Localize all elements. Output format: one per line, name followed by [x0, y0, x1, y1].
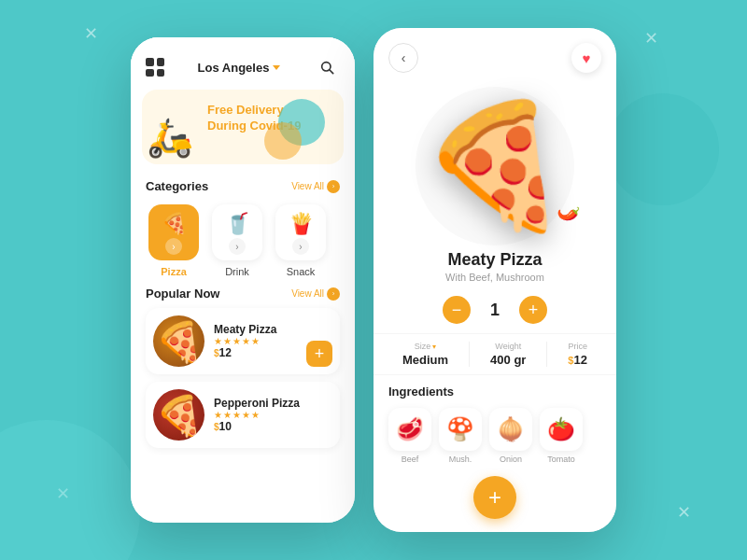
add-to-cart-button[interactable]: + [473, 476, 516, 519]
popular-view-all-arrow: › [327, 287, 340, 301]
meaty-pizza-name: Meaty Pizza [214, 323, 332, 336]
size-detail[interactable]: Size ▾ Medium [402, 342, 448, 367]
beef-label: Beef [402, 455, 419, 464]
food-item-pepperoni[interactable]: 🍕 Pepperoni Pizza ★★★★★ $10 [146, 382, 340, 448]
mushroom-icon-box: 🍄 [439, 408, 482, 451]
deco-cross-4: ✕ [677, 502, 691, 523]
increase-qty-button[interactable]: + [519, 296, 547, 324]
decrease-qty-button[interactable]: − [443, 296, 471, 324]
grid-dot-4 [157, 69, 165, 77]
onion-label: Onion [500, 455, 522, 464]
snack-icon: 🍟 [289, 212, 314, 236]
right-phone: ‹ ♥ 🍕 🌶️ Meaty Pizza With Beef, Mushroom… [374, 28, 616, 532]
pepperoni-pizza-emoji: 🍕 [155, 392, 204, 438]
location-selector[interactable]: Los Angeles [198, 61, 281, 75]
grid-dot-2 [157, 58, 165, 66]
back-button[interactable]: ‹ [388, 43, 418, 73]
left-phone-inner: Los Angeles 🛵 Free DeliveryDuring Covid-… [131, 37, 355, 523]
left-phone: Los Angeles 🛵 Free DeliveryDuring Covid-… [131, 37, 355, 523]
ingredient-mushroom: 🍄 Mush. [439, 408, 482, 464]
quantity-control: − 1 + [374, 296, 616, 324]
ingredient-onion: 🧅 Onion [489, 408, 532, 464]
category-pizza[interactable]: 🍕 › Pizza [146, 204, 202, 277]
ingredient-beef: 🥩 Beef [388, 408, 431, 464]
deco-cross-2: ✕ [644, 28, 658, 49]
category-drink-box: 🥤 › [212, 204, 262, 260]
drink-label: Drink [225, 266, 249, 277]
pepperoni-pizza-stars: ★★★★★ [214, 410, 332, 420]
popular-header: Popular Now View All › [146, 287, 340, 301]
scooter-icon: 🛵 [147, 116, 193, 160]
pepperoni-pizza-info: Pepperoni Pizza ★★★★★ $10 [214, 397, 332, 433]
drink-arrow-icon: › [229, 238, 246, 255]
category-drink[interactable]: 🥤 › Drink [209, 204, 265, 277]
pizza-icon: 🍕 [162, 212, 187, 236]
beef-icon-box: 🥩 [388, 408, 431, 451]
tomato-icon-box: 🍅 [540, 408, 583, 451]
popular-section: Popular Now View All › 🍕 Meaty Pizza ★★★… [131, 287, 355, 448]
detail-divider-1 [469, 342, 470, 367]
meaty-pizza-emoji: 🍕 [155, 318, 204, 364]
pepperoni-pizza-price: $10 [214, 420, 332, 433]
ingredients-row: 🥩 Beef 🍄 Mush. 🧅 Onion 🍅 Tomato [388, 408, 601, 464]
popular-view-all[interactable]: View All › [291, 287, 340, 301]
pizza-large-emoji: 🍕 [419, 95, 571, 237]
grid-dot-3 [146, 69, 154, 77]
add-meaty-pizza-button[interactable]: + [306, 341, 332, 367]
quantity-display: 1 [486, 301, 504, 320]
location-text: Los Angeles [198, 61, 270, 75]
weight-detail: Weight 400 gr [490, 342, 526, 367]
size-value: Medium [402, 353, 448, 367]
category-snack[interactable]: 🍟 › Snack [273, 204, 329, 277]
price-detail: Price $12 [568, 342, 587, 367]
mushroom-label: Mush. [449, 455, 472, 464]
meaty-pizza-image: 🍕 [153, 315, 204, 367]
categories-title: Categories [146, 179, 208, 193]
pizza-label: Pizza [161, 266, 187, 277]
categories-header: Categories View All › [131, 174, 355, 199]
deco-cross-1: ✕ [84, 23, 98, 44]
pepperoni-pizza-name: Pepperoni Pizza [214, 397, 332, 410]
popular-view-all-label: View All [291, 288, 324, 299]
onion-icon-box: 🧅 [489, 408, 532, 451]
tomato-label: Tomato [547, 455, 575, 464]
size-chevron-icon: ▾ [432, 343, 436, 351]
bg-circle-2 [607, 93, 719, 205]
food-item-meaty[interactable]: 🍕 Meaty Pizza ★★★★★ $12 + [146, 308, 340, 374]
view-all-arrow-icon: › [327, 180, 340, 193]
menu-icon[interactable] [146, 58, 164, 77]
favorite-button[interactable]: ♥ [571, 43, 601, 73]
popular-title: Popular Now [146, 287, 219, 301]
snack-arrow-icon: › [292, 238, 309, 255]
ingredients-section: Ingredients 🥩 Beef 🍄 Mush. 🧅 Onion [374, 375, 616, 473]
detail-divider-2 [546, 342, 547, 367]
weight-label: Weight [490, 342, 526, 351]
right-phone-inner: ‹ ♥ 🍕 🌶️ Meaty Pizza With Beef, Mushroom… [374, 28, 616, 532]
promo-banner: 🛵 Free DeliveryDuring Covid-19 [142, 90, 344, 164]
ingredients-title: Ingredients [388, 385, 601, 399]
svg-line-1 [330, 70, 333, 74]
size-label: Size ▾ [402, 342, 448, 351]
categories-view-all[interactable]: View All › [291, 180, 340, 193]
price-label-detail: Price [568, 342, 587, 351]
pizza-hero-image: 🍕 🌶️ [402, 73, 588, 259]
left-header: Los Angeles [131, 37, 355, 90]
banner-circle-orange [264, 122, 302, 160]
categories-row: 🍕 › Pizza 🥤 › Drink 🍟 › [131, 199, 355, 287]
snack-label: Snack [287, 266, 316, 277]
categories-view-all-label: View All [291, 181, 324, 191]
category-snack-box: 🍟 › [275, 204, 326, 260]
grid-dot-1 [146, 58, 154, 66]
price-dollar-1: $ [214, 348, 219, 358]
ingredient-tomato: 🍅 Tomato [540, 408, 583, 464]
drink-icon: 🥤 [225, 212, 250, 236]
weight-value: 400 gr [490, 353, 526, 367]
pizza-subtitle: With Beef, Mushroom [374, 272, 616, 283]
category-pizza-box: 🍕 › [148, 204, 199, 260]
pepperoni-pizza-image: 🍕 [153, 389, 204, 441]
chevron-down-icon [273, 65, 280, 70]
price-dollar-2: $ [214, 422, 219, 432]
price-value-detail: $12 [568, 353, 587, 367]
search-button[interactable] [314, 54, 340, 80]
right-header: ‹ ♥ [374, 28, 616, 73]
